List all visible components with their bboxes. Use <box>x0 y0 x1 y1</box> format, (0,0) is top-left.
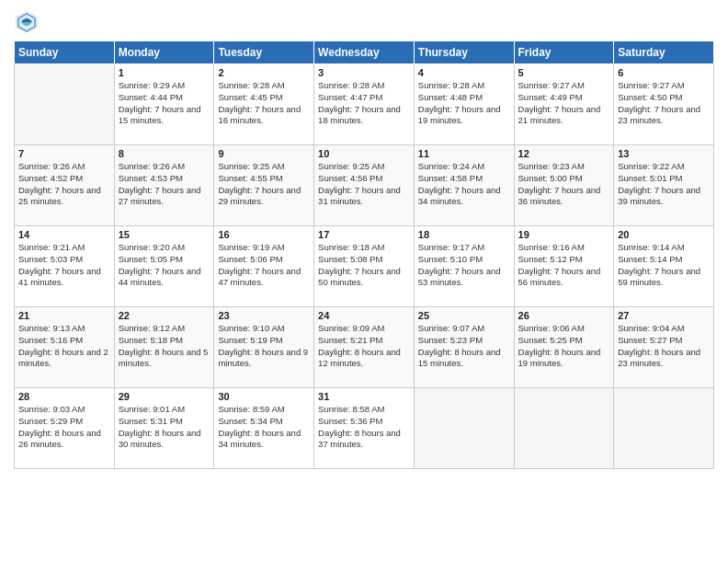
calendar-cell: 20 Sunrise: 9:14 AMSunset: 5:14 PMDaylig… <box>614 226 714 307</box>
day-info: Sunrise: 8:58 AMSunset: 5:36 PMDaylight:… <box>318 404 410 451</box>
day-number: 30 <box>218 391 310 402</box>
day-info: Sunrise: 9:09 AMSunset: 5:21 PMDaylight:… <box>318 323 410 370</box>
week-row-2: 14 Sunrise: 9:21 AMSunset: 5:03 PMDaylig… <box>15 226 714 307</box>
calendar-cell: 14 Sunrise: 9:21 AMSunset: 5:03 PMDaylig… <box>15 226 115 307</box>
day-info: Sunrise: 9:27 AMSunset: 4:49 PMDaylight:… <box>518 80 610 127</box>
day-info: Sunrise: 9:26 AMSunset: 4:52 PMDaylight:… <box>18 161 110 208</box>
day-number: 19 <box>518 229 610 240</box>
calendar-cell: 11 Sunrise: 9:24 AMSunset: 4:58 PMDaylig… <box>414 145 514 226</box>
calendar-cell <box>614 388 714 469</box>
day-number: 26 <box>518 310 610 321</box>
calendar-cell: 9 Sunrise: 9:25 AMSunset: 4:55 PMDayligh… <box>214 145 314 226</box>
header-thursday: Thursday <box>414 41 514 64</box>
calendar-cell: 17 Sunrise: 9:18 AMSunset: 5:08 PMDaylig… <box>314 226 415 307</box>
day-number: 7 <box>18 148 110 159</box>
calendar-cell: 4 Sunrise: 9:28 AMSunset: 4:48 PMDayligh… <box>414 64 514 145</box>
day-number: 25 <box>418 310 510 321</box>
day-info: Sunrise: 9:21 AMSunset: 5:03 PMDaylight:… <box>18 242 110 289</box>
day-number: 10 <box>318 148 410 159</box>
day-number: 17 <box>318 229 410 240</box>
day-info: Sunrise: 9:25 AMSunset: 4:56 PMDaylight:… <box>318 161 410 208</box>
day-number: 6 <box>618 67 710 78</box>
calendar-cell: 5 Sunrise: 9:27 AMSunset: 4:49 PMDayligh… <box>514 64 614 145</box>
day-number: 21 <box>18 310 110 321</box>
day-number: 22 <box>119 310 210 321</box>
day-number: 13 <box>618 148 710 159</box>
calendar-cell: 28 Sunrise: 9:03 AMSunset: 5:29 PMDaylig… <box>15 388 115 469</box>
day-info: Sunrise: 8:59 AMSunset: 5:34 PMDaylight:… <box>218 404 310 451</box>
day-number: 31 <box>318 391 410 402</box>
page-container: SundayMondayTuesdayWednesdayThursdayFrid… <box>0 0 728 478</box>
day-info: Sunrise: 9:24 AMSunset: 4:58 PMDaylight:… <box>418 161 510 208</box>
header <box>14 9 714 35</box>
day-info: Sunrise: 9:20 AMSunset: 5:05 PMDaylight:… <box>119 242 210 289</box>
calendar-cell: 21 Sunrise: 9:13 AMSunset: 5:16 PMDaylig… <box>15 307 115 388</box>
calendar-cell: 15 Sunrise: 9:20 AMSunset: 5:05 PMDaylig… <box>114 226 214 307</box>
week-row-3: 21 Sunrise: 9:13 AMSunset: 5:16 PMDaylig… <box>15 307 714 388</box>
header-sunday: Sunday <box>15 41 115 64</box>
day-info: Sunrise: 9:07 AMSunset: 5:23 PMDaylight:… <box>418 323 510 370</box>
calendar-cell: 13 Sunrise: 9:22 AMSunset: 5:01 PMDaylig… <box>614 145 714 226</box>
day-number: 9 <box>218 148 310 159</box>
day-number: 3 <box>318 67 410 78</box>
calendar-table: SundayMondayTuesdayWednesdayThursdayFrid… <box>14 40 714 469</box>
day-number: 15 <box>119 229 210 240</box>
day-info: Sunrise: 9:19 AMSunset: 5:06 PMDaylight:… <box>218 242 310 289</box>
day-info: Sunrise: 9:01 AMSunset: 5:31 PMDaylight:… <box>119 404 210 451</box>
day-number: 28 <box>18 391 110 402</box>
day-info: Sunrise: 9:28 AMSunset: 4:45 PMDaylight:… <box>218 80 310 127</box>
calendar-cell: 10 Sunrise: 9:25 AMSunset: 4:56 PMDaylig… <box>314 145 415 226</box>
calendar-cell: 2 Sunrise: 9:28 AMSunset: 4:45 PMDayligh… <box>214 64 314 145</box>
day-number: 20 <box>618 229 710 240</box>
header-row: SundayMondayTuesdayWednesdayThursdayFrid… <box>15 41 714 64</box>
calendar-cell: 29 Sunrise: 9:01 AMSunset: 5:31 PMDaylig… <box>114 388 214 469</box>
logo <box>14 9 43 35</box>
calendar-cell: 18 Sunrise: 9:17 AMSunset: 5:10 PMDaylig… <box>414 226 514 307</box>
day-info: Sunrise: 9:14 AMSunset: 5:14 PMDaylight:… <box>618 242 710 289</box>
day-number: 1 <box>119 67 210 78</box>
day-info: Sunrise: 9:12 AMSunset: 5:18 PMDaylight:… <box>119 323 210 370</box>
calendar-cell <box>414 388 514 469</box>
calendar-cell <box>15 64 115 145</box>
logo-icon <box>14 9 40 35</box>
day-info: Sunrise: 9:28 AMSunset: 4:47 PMDaylight:… <box>318 80 410 127</box>
calendar-cell: 30 Sunrise: 8:59 AMSunset: 5:34 PMDaylig… <box>214 388 314 469</box>
day-info: Sunrise: 9:13 AMSunset: 5:16 PMDaylight:… <box>18 323 110 370</box>
day-number: 11 <box>418 148 510 159</box>
day-info: Sunrise: 9:22 AMSunset: 5:01 PMDaylight:… <box>618 161 710 208</box>
header-saturday: Saturday <box>614 41 714 64</box>
day-number: 5 <box>518 67 610 78</box>
day-number: 18 <box>418 229 510 240</box>
day-info: Sunrise: 9:06 AMSunset: 5:25 PMDaylight:… <box>518 323 610 370</box>
calendar-cell: 23 Sunrise: 9:10 AMSunset: 5:19 PMDaylig… <box>214 307 314 388</box>
day-info: Sunrise: 9:25 AMSunset: 4:55 PMDaylight:… <box>218 161 310 208</box>
day-number: 16 <box>218 229 310 240</box>
calendar-cell: 31 Sunrise: 8:58 AMSunset: 5:36 PMDaylig… <box>314 388 415 469</box>
day-info: Sunrise: 9:26 AMSunset: 4:53 PMDaylight:… <box>119 161 210 208</box>
calendar-cell <box>514 388 614 469</box>
header-tuesday: Tuesday <box>214 41 314 64</box>
day-number: 4 <box>418 67 510 78</box>
calendar-cell: 27 Sunrise: 9:04 AMSunset: 5:27 PMDaylig… <box>614 307 714 388</box>
calendar-cell: 24 Sunrise: 9:09 AMSunset: 5:21 PMDaylig… <box>314 307 415 388</box>
calendar-cell: 26 Sunrise: 9:06 AMSunset: 5:25 PMDaylig… <box>514 307 614 388</box>
day-number: 27 <box>618 310 710 321</box>
calendar-cell: 12 Sunrise: 9:23 AMSunset: 5:00 PMDaylig… <box>514 145 614 226</box>
header-wednesday: Wednesday <box>314 41 415 64</box>
day-info: Sunrise: 9:17 AMSunset: 5:10 PMDaylight:… <box>418 242 510 289</box>
calendar-cell: 16 Sunrise: 9:19 AMSunset: 5:06 PMDaylig… <box>214 226 314 307</box>
calendar-cell: 22 Sunrise: 9:12 AMSunset: 5:18 PMDaylig… <box>114 307 214 388</box>
week-row-0: 1 Sunrise: 9:29 AMSunset: 4:44 PMDayligh… <box>15 64 714 145</box>
day-info: Sunrise: 9:10 AMSunset: 5:19 PMDaylight:… <box>218 323 310 370</box>
day-number: 24 <box>318 310 410 321</box>
day-number: 2 <box>218 67 310 78</box>
week-row-4: 28 Sunrise: 9:03 AMSunset: 5:29 PMDaylig… <box>15 388 714 469</box>
calendar-cell: 25 Sunrise: 9:07 AMSunset: 5:23 PMDaylig… <box>414 307 514 388</box>
day-info: Sunrise: 9:28 AMSunset: 4:48 PMDaylight:… <box>418 80 510 127</box>
day-info: Sunrise: 9:03 AMSunset: 5:29 PMDaylight:… <box>18 404 110 451</box>
day-number: 23 <box>218 310 310 321</box>
calendar-cell: 8 Sunrise: 9:26 AMSunset: 4:53 PMDayligh… <box>114 145 214 226</box>
day-info: Sunrise: 9:29 AMSunset: 4:44 PMDaylight:… <box>119 80 210 127</box>
day-info: Sunrise: 9:16 AMSunset: 5:12 PMDaylight:… <box>518 242 610 289</box>
day-number: 29 <box>119 391 210 402</box>
